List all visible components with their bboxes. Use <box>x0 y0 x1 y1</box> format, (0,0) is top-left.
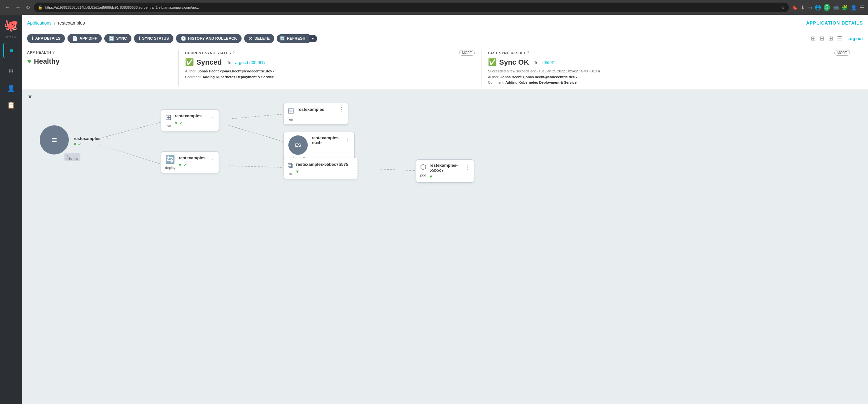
last-sync-meta: Succeeded a few seconds ago (Tue Jan 25 … <box>488 68 850 86</box>
rs-node[interactable]: ⧉ rs restexamples-55b5c7b575 ⋮ ♥ <box>283 158 323 165</box>
history-rollback-button[interactable]: 🕐 HISTORY AND ROLLBACK <box>176 34 242 43</box>
ep-node-title: restexamples <box>298 107 324 112</box>
user-icon: 👤 <box>7 84 15 92</box>
delete-button[interactable]: ✕ DELETE <box>244 34 274 43</box>
svg-line-1 <box>99 145 161 164</box>
current-sync-commit-link[interactable]: argocd (f05f9f1) <box>235 60 265 65</box>
svc-heart-icon: ♥ <box>175 120 177 125</box>
deploy-icon: 🔄 <box>165 155 175 164</box>
app-details-button[interactable]: ℹ APP DETAILS <box>27 34 65 43</box>
info-icon: ℹ <box>32 36 33 41</box>
endpointslice-node[interactable]: ES endpointslice restexamples-rsx4r ⋮ a … <box>283 132 309 139</box>
current-sync-meta: Author: Jonas Hecht <jonas.hecht@codecen… <box>185 68 475 80</box>
current-sync-help-icon[interactable]: ? <box>232 51 235 55</box>
last-sync-more-button[interactable]: MORE <box>834 50 850 56</box>
app-health-status: ♥ Healthy <box>27 57 172 66</box>
list-view-icon[interactable]: ⊞ <box>827 34 834 43</box>
browser-right-icons: 🔖 ⬇ ▭ 🌐 S 📹 🧩 👤 ☰ <box>792 4 864 11</box>
sidebar: 🐙 v2.2.2+c ≡ ⚙ 👤 📋 <box>0 15 22 404</box>
deploy-check-icon: ✓ <box>183 162 187 167</box>
breadcrumb-current: restexamples <box>58 20 85 26</box>
chevron-down-icon: ▼ <box>311 37 314 40</box>
table-view-icon[interactable]: ☰ <box>836 34 843 43</box>
last-sync-commit-link[interactable]: f05f9f1 <box>542 60 555 65</box>
ep-icon: ⊞ <box>288 106 294 115</box>
pod-node[interactable]: ⬡ pod restexamples-55b5c7 ⋮ ♥ <box>416 159 442 167</box>
graph-arrows-svg <box>22 90 868 404</box>
refresh-split-button[interactable]: 🔄 REFRESH ▼ <box>277 34 317 43</box>
deploy-label: deploy <box>165 166 175 170</box>
root-node-menu[interactable]: ⋮ <box>104 136 110 141</box>
endpointslice-details: restexamples-rsx4r ⋮ <box>312 136 350 145</box>
breadcrumb-applications-link[interactable]: Applications <box>27 20 52 26</box>
endpointslice-header: restexamples-rsx4r ⋮ <box>312 136 350 145</box>
svc-node-menu[interactable]: ⋮ <box>210 113 215 119</box>
svc-node-title: restexamples <box>175 113 202 118</box>
pod-node-card: ⬡ pod restexamples-55b5c7 ⋮ ♥ <box>416 159 474 182</box>
last-sync-panel: LAST SYNC RESULT ? MORE ✅ Sync OK To f05… <box>488 50 857 86</box>
endpointslice-content: ES endpointslice restexamples-rsx4r ⋮ <box>288 136 350 161</box>
deploy-node-icons: ♥ ✓ <box>179 162 215 167</box>
svc-node[interactable]: ⊞ svc restexamples ⋮ ♥ ✓ <box>161 109 187 116</box>
current-sync-more-button[interactable]: MORE <box>459 50 475 56</box>
network-view-icon[interactable]: ⊞ <box>810 34 817 43</box>
last-sync-help-icon[interactable]: ? <box>527 51 530 55</box>
download-icon[interactable]: ⬇ <box>801 4 805 11</box>
sidebar-item-docs[interactable]: 📋 <box>3 97 19 113</box>
svc-node-details: restexamples ⋮ ♥ ✓ <box>175 113 215 125</box>
globe-icon[interactable]: 🌐 <box>815 4 821 11</box>
app-health-help-icon[interactable]: ? <box>52 50 55 55</box>
sidebar-logo[interactable]: 🐙 <box>3 18 19 33</box>
deploy-node[interactable]: 🔄 deploy restexamples ⋮ ♥ ✓ <box>161 151 200 158</box>
svc-node-header: restexamples ⋮ <box>175 113 215 119</box>
forward-button[interactable]: → <box>14 3 22 12</box>
root-node[interactable]: ≡ <box>40 125 69 154</box>
es-circle-icon: ES <box>288 136 308 155</box>
user-avatar-icon[interactable]: 👤 <box>850 4 857 11</box>
pod-node-icons: ♥ <box>430 174 470 179</box>
reload-button[interactable]: ↻ <box>25 3 31 12</box>
deploy-node-menu[interactable]: ⋮ <box>210 155 215 161</box>
last-sync-check-icon: ✅ <box>488 58 497 66</box>
refresh-dropdown-button[interactable]: ▼ <box>309 35 317 42</box>
svg-line-3 <box>228 125 283 142</box>
back-button[interactable]: ← <box>4 3 11 12</box>
ep-node-menu[interactable]: ⋮ <box>339 106 344 113</box>
pod-node-content: ⬡ pod restexamples-55b5c7 ⋮ ♥ <box>420 163 470 179</box>
svc-check-icon: ✓ <box>179 120 183 125</box>
ep-node[interactable]: ⊞ ep restexamples ⋮ a few seconds <box>283 103 309 110</box>
ep-node-content: ⊞ ep restexamples ⋮ <box>288 106 344 121</box>
endpointslice-menu[interactable]: ⋮ <box>345 137 350 143</box>
ep-node-header: restexamples ⋮ <box>298 106 344 113</box>
pod-node-menu[interactable]: ⋮ <box>465 165 470 171</box>
video-icon[interactable]: 📹 <box>833 4 839 11</box>
root-node-info: restexamples ⋮ ♥ ✓ <box>73 135 138 147</box>
puzzle-icon[interactable]: 🧩 <box>841 4 848 11</box>
pod-heart-icon: ♥ <box>430 174 432 179</box>
docs-icon: 📋 <box>7 101 15 109</box>
sync-icon[interactable]: S <box>824 4 830 11</box>
sync-status-button[interactable]: ℹ SYNC STATUS <box>134 34 174 43</box>
grid-view-icon[interactable]: ⊞ <box>818 34 826 43</box>
bookmark-icon[interactable]: 🔖 <box>792 4 798 11</box>
sidebar-item-user[interactable]: 👤 <box>3 81 19 96</box>
svg-line-5 <box>377 169 416 171</box>
app-diff-button[interactable]: 📄 APP DIFF <box>67 34 101 43</box>
pod-label: pod <box>420 173 426 177</box>
logout-button[interactable]: Log out <box>847 36 863 41</box>
filter-icon[interactable]: ▼ <box>27 94 33 100</box>
svc-network-icon: ⊞ <box>165 113 172 122</box>
sync-button[interactable]: 🔄 SYNC <box>104 34 131 43</box>
menu-icon[interactable]: ☰ <box>860 4 864 11</box>
rs-node-details: restexamples-55b5c7b575 ⋮ ♥ <box>296 161 353 174</box>
sidebar-item-layers[interactable]: ≡ <box>3 43 19 58</box>
refresh-button[interactable]: 🔄 REFRESH <box>277 34 308 43</box>
sidebar-item-settings[interactable]: ⚙ <box>3 64 19 79</box>
address-bar[interactable]: 🔒 https://a198628202c514bb6b81d1ad5688dc… <box>34 3 789 12</box>
rs-node-menu[interactable]: ⋮ <box>348 161 353 167</box>
url-display: https://a198628202c514bb6b81d1ad5688dc91… <box>45 5 778 9</box>
screen-icon[interactable]: ▭ <box>807 4 812 11</box>
ep-node-details: restexamples ⋮ <box>298 106 344 113</box>
current-sync-panel: CURRENT SYNC STATUS ? MORE ✅ Synced To a… <box>185 50 482 86</box>
deploy-node-header: restexamples ⋮ <box>179 155 215 161</box>
